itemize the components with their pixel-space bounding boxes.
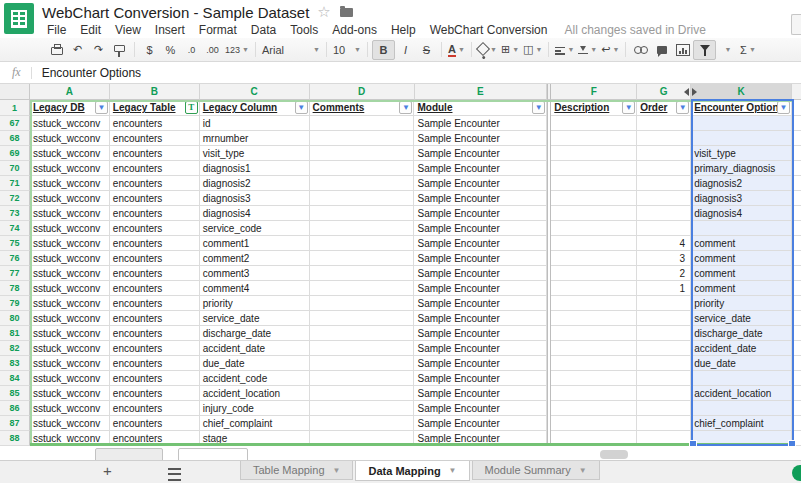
cell[interactable]: sstuck_wcconv (30, 236, 110, 251)
cell[interactable]: due_date (200, 356, 310, 371)
row-number[interactable]: 74 (0, 221, 30, 236)
row-number[interactable]: 85 (0, 386, 30, 401)
cell[interactable]: comment4 (200, 281, 310, 296)
cell[interactable] (637, 311, 691, 326)
column-header-B[interactable]: Legacy TableT (110, 100, 200, 116)
cell[interactable] (310, 356, 415, 371)
row-number[interactable]: 72 (0, 191, 30, 206)
cell[interactable]: encounters (110, 266, 200, 281)
column-letter-C[interactable]: C (200, 84, 310, 100)
cell[interactable]: encounters (110, 296, 200, 311)
hidden-columns-left-icon[interactable] (684, 88, 689, 96)
menu-item-tools[interactable]: Tools (283, 21, 325, 39)
add-rows-input-partial[interactable] (178, 448, 248, 460)
cell[interactable]: comment (691, 281, 792, 296)
row-number[interactable]: 82 (0, 341, 30, 356)
cell[interactable]: Sample Encounter (414, 371, 547, 386)
fill-color-button[interactable]: ▼ (476, 41, 499, 59)
cell[interactable] (551, 221, 637, 236)
column-letter-F[interactable]: F (551, 84, 637, 100)
cell[interactable]: sstuck_wcconv (30, 386, 110, 401)
menu-item-help[interactable]: Help (384, 21, 423, 39)
cell[interactable]: encounters (110, 401, 200, 416)
row-number[interactable]: 73 (0, 206, 30, 221)
cell[interactable]: comment3 (200, 266, 310, 281)
cell[interactable] (637, 206, 691, 221)
filter-active-icon[interactable]: T (185, 101, 198, 114)
column-letter-D[interactable]: D (310, 84, 415, 100)
cell[interactable]: Sample Encounter (414, 356, 547, 371)
cell[interactable]: encounters (110, 161, 200, 176)
cell[interactable]: Sample Encounter (414, 221, 547, 236)
cell[interactable]: comment (691, 251, 792, 266)
cell[interactable]: Sample Encounter (414, 146, 547, 161)
cell[interactable]: Sample Encounter (414, 236, 547, 251)
cell[interactable]: accident_location (200, 386, 310, 401)
cell[interactable]: priority (691, 296, 792, 311)
cell[interactable]: sstuck_wcconv (30, 146, 110, 161)
cell[interactable]: encounters (110, 431, 200, 446)
cell[interactable]: Sample Encounter (414, 311, 547, 326)
cell[interactable] (551, 326, 637, 341)
cell[interactable]: chief_complaint (691, 416, 792, 431)
menu-item-file[interactable]: File (40, 21, 73, 39)
horizontal-align-button[interactable]: ▼ (553, 41, 576, 59)
cell[interactable]: Sample Encounter (414, 386, 547, 401)
cell[interactable] (637, 326, 691, 341)
cell[interactable] (310, 266, 415, 281)
cell[interactable]: sstuck_wcconv (30, 131, 110, 146)
cell[interactable] (637, 161, 691, 176)
cell[interactable]: Sample Encounter (414, 251, 547, 266)
top-right-partial-button[interactable] (791, 14, 801, 35)
cell[interactable]: sstuck_wcconv (30, 251, 110, 266)
all-sheets-menu-button[interactable] (168, 468, 181, 481)
bold-button[interactable]: B (372, 40, 395, 60)
cell[interactable] (310, 371, 415, 386)
cell[interactable] (310, 386, 415, 401)
add-rows-button-partial[interactable] (95, 448, 163, 460)
row-number[interactable]: 70 (0, 161, 30, 176)
cell[interactable] (551, 281, 637, 296)
cell[interactable] (551, 206, 637, 221)
cell[interactable] (551, 266, 637, 281)
menu-item-data[interactable]: Data (244, 21, 283, 39)
cell[interactable] (691, 401, 792, 416)
cell[interactable] (310, 326, 415, 341)
cell[interactable]: Sample Encounter (414, 191, 547, 206)
cell[interactable]: 3 (637, 251, 691, 266)
cell[interactable] (637, 416, 691, 431)
menu-item-add-ons[interactable]: Add-ons (325, 21, 384, 39)
cell[interactable]: service_date (691, 311, 792, 326)
vertical-align-button[interactable]: ▼ (576, 41, 599, 59)
decrease-decimals-button[interactable]: .0 (181, 41, 202, 59)
cell[interactable] (637, 131, 691, 146)
cell[interactable]: discharge_date (200, 326, 310, 341)
cell[interactable] (551, 146, 637, 161)
cell[interactable]: stage (200, 431, 310, 446)
cell[interactable] (551, 236, 637, 251)
cell[interactable]: accident_location (691, 386, 792, 401)
cell[interactable]: discharge_date (691, 326, 792, 341)
cell[interactable]: sstuck_wcconv (30, 206, 110, 221)
cell[interactable]: id (200, 116, 310, 131)
cell[interactable]: encounters (110, 386, 200, 401)
green-status-circle[interactable] (792, 465, 801, 481)
menu-item-format[interactable]: Format (192, 21, 244, 39)
column-letter-E[interactable]: E (415, 84, 548, 100)
cell[interactable] (637, 371, 691, 386)
cell[interactable]: comment (691, 266, 792, 281)
row-number[interactable]: 75 (0, 236, 30, 251)
cell[interactable] (637, 386, 691, 401)
folder-icon[interactable] (340, 8, 353, 17)
cell[interactable]: sstuck_wcconv (30, 401, 110, 416)
cell[interactable]: diagnosis3 (200, 191, 310, 206)
column-header-D[interactable]: Comments▼ (310, 100, 415, 116)
column-letter-G[interactable]: G (637, 84, 691, 100)
column-header-F[interactable]: Description▼ (551, 100, 637, 116)
row-number[interactable]: 81 (0, 326, 30, 341)
font-size-select[interactable]: 10▼ (331, 41, 363, 59)
cell[interactable]: diagnosis2 (200, 176, 310, 191)
cell[interactable] (691, 371, 792, 386)
cell[interactable]: encounters (110, 281, 200, 296)
menu-item-edit[interactable]: Edit (73, 21, 108, 39)
